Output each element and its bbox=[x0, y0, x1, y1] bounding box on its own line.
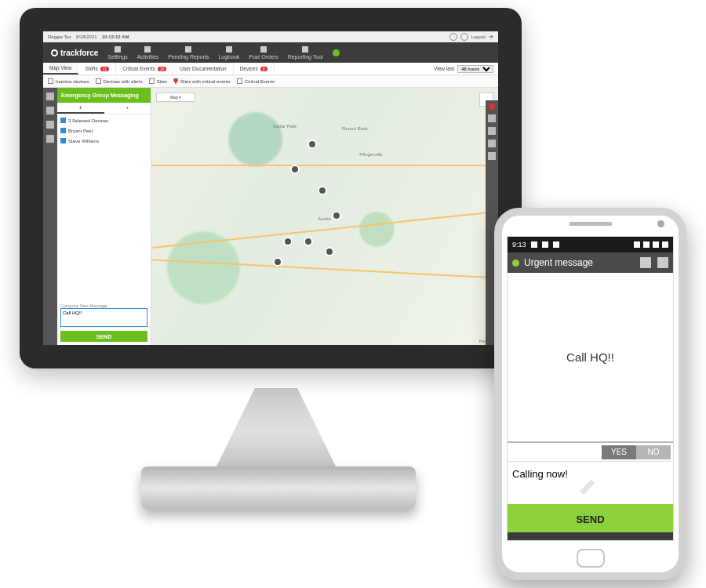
nav-activities[interactable]: Activities bbox=[137, 46, 159, 60]
nav-post-orders[interactable]: Post Orders bbox=[249, 46, 278, 60]
filter-label: Sites bbox=[157, 79, 167, 84]
os-top-strip: Reggie Tex 8/18/2021 10:12:12 AM Logout … bbox=[43, 31, 498, 42]
filter-sites-critical[interactable]: Sites with critical events bbox=[173, 78, 231, 85]
logout-arrow-icon[interactable]: ➔ bbox=[489, 34, 493, 40]
phone-status-bar: 9:13 bbox=[508, 237, 673, 252]
compose-input[interactable]: Call HQ!! bbox=[60, 308, 147, 327]
subtab-1[interactable]: 1 bbox=[57, 103, 104, 114]
pin-red-icon bbox=[173, 78, 178, 85]
help-icon[interactable] bbox=[449, 33, 457, 41]
rail-device-icon[interactable] bbox=[46, 121, 54, 129]
map-marker[interactable] bbox=[290, 165, 300, 174]
rail-chat-icon[interactable] bbox=[46, 93, 54, 100]
tab-shifts[interactable]: Shifts11 bbox=[78, 63, 116, 74]
city-label-cedarpark: Cedar Park bbox=[273, 124, 297, 129]
tab-label: Map View bbox=[49, 65, 71, 71]
rail-search-icon[interactable] bbox=[46, 107, 54, 114]
device-checklist: 3 Selected Devices Bryant Peel Steve Wil… bbox=[57, 114, 151, 147]
panel-title: Emergency Group Messaging bbox=[57, 88, 151, 103]
checkbox-icon bbox=[60, 118, 66, 123]
activities-icon bbox=[144, 46, 151, 53]
nav-reporting-tool[interactable]: Reporting Tool bbox=[288, 46, 323, 60]
tab-devices[interactable]: Devices3 bbox=[234, 63, 275, 74]
filter-label: Inactive devices bbox=[56, 79, 89, 84]
rail-alert-icon[interactable] bbox=[489, 103, 495, 110]
logout-link[interactable]: Logout bbox=[471, 34, 486, 39]
site-icon bbox=[149, 78, 155, 84]
content-tabbar: Map View Shifts11 Critical Events10 User… bbox=[43, 63, 498, 75]
status-sync-icon bbox=[531, 241, 537, 248]
map-marker[interactable] bbox=[283, 237, 293, 246]
phone-send-button[interactable]: SEND bbox=[508, 506, 673, 532]
monitor-stand-base bbox=[141, 466, 416, 510]
filter-bar: Inactive devices Devices with alerts Sit… bbox=[43, 75, 498, 88]
subtab-add[interactable]: + bbox=[104, 103, 151, 114]
left-rail bbox=[43, 88, 57, 345]
phone-app-bar: Urgent message bbox=[508, 252, 673, 273]
nav-pending-reports[interactable]: Pending Reports bbox=[168, 46, 209, 60]
tab-map-view[interactable]: Map View bbox=[43, 63, 78, 74]
rail-clipboard-icon[interactable] bbox=[46, 135, 54, 143]
check-device-a[interactable]: Bryant Peel bbox=[60, 128, 147, 133]
tab-label: User Documentation bbox=[180, 66, 226, 71]
tools-icon[interactable] bbox=[657, 257, 668, 268]
nav-label: Settings bbox=[107, 54, 127, 60]
close-session-icon[interactable] bbox=[460, 33, 468, 41]
filter-inactive-devices[interactable]: Inactive devices bbox=[48, 78, 89, 84]
phone-home-button[interactable] bbox=[577, 549, 605, 568]
rail-org-icon[interactable] bbox=[488, 152, 496, 160]
map-marker[interactable] bbox=[304, 237, 313, 246]
tab-label: Shifts bbox=[85, 66, 97, 71]
tab-critical-events[interactable]: Critical Events10 bbox=[116, 63, 173, 74]
current-user: Reggie Tex bbox=[48, 34, 71, 39]
view-last-select[interactable]: 48 hours bbox=[457, 65, 493, 73]
yes-button[interactable]: YES bbox=[602, 445, 636, 459]
phone-screen: 9:13 Urgent message Call HQ!! YES NO bbox=[507, 236, 674, 541]
phone-device: 9:13 Urgent message Call HQ!! YES NO bbox=[494, 208, 686, 580]
current-time: 10:12:12 AM bbox=[102, 34, 129, 39]
status-battery-icon bbox=[662, 241, 668, 248]
message-text: Call HQ!! bbox=[566, 350, 614, 364]
filter-devices-alerts[interactable]: Devices with alerts bbox=[96, 78, 143, 84]
panel-subtabs: 1 + bbox=[57, 103, 151, 114]
nav-label: Reporting Tool bbox=[288, 54, 323, 60]
filter-critical-events[interactable]: Critical Events bbox=[237, 78, 275, 84]
status-location-icon bbox=[553, 241, 559, 248]
map-marker[interactable] bbox=[325, 247, 334, 256]
filter-sites[interactable]: Sites bbox=[149, 78, 167, 84]
logbook-icon bbox=[226, 46, 232, 53]
rail-people-icon[interactable] bbox=[488, 140, 496, 147]
rail-routes-icon[interactable] bbox=[488, 127, 496, 135]
city-label-roundrock: Round Rock bbox=[342, 126, 368, 131]
reply-area bbox=[508, 462, 673, 506]
status-bt-icon bbox=[634, 241, 640, 248]
mic-icon[interactable] bbox=[640, 257, 651, 268]
map-marker[interactable] bbox=[318, 186, 327, 195]
rail-layers-icon[interactable] bbox=[488, 114, 496, 122]
nav-label: Activities bbox=[137, 54, 159, 60]
status-lamp-icon bbox=[333, 49, 340, 56]
map-type-dropdown[interactable]: Map ▾ bbox=[156, 93, 195, 102]
badge-count: 11 bbox=[100, 67, 110, 71]
brand-logo[interactable]: trackforce bbox=[51, 49, 98, 57]
tab-user-documentation[interactable]: User Documentation bbox=[173, 63, 233, 74]
nav-logbook[interactable]: Logbook bbox=[218, 46, 239, 60]
map-marker[interactable] bbox=[308, 140, 317, 149]
check-label: 3 Selected Devices bbox=[68, 118, 108, 123]
nav-settings[interactable]: Settings bbox=[107, 46, 127, 60]
desktop-app: Reggie Tex 8/18/2021 10:12:12 AM Logout … bbox=[43, 31, 498, 345]
no-button[interactable]: NO bbox=[636, 445, 671, 459]
main-navbar: trackforce Settings Activities Pending R… bbox=[43, 42, 498, 63]
send-button[interactable]: SEND bbox=[60, 331, 147, 342]
status-signal-icon bbox=[653, 241, 659, 248]
message-body: Call HQ!! bbox=[508, 273, 673, 443]
city-label-pflugerville: Pflugerville bbox=[359, 152, 382, 157]
map-marker[interactable] bbox=[332, 211, 341, 220]
phone-nav-bar bbox=[508, 532, 673, 540]
map-canvas[interactable]: Austin Round Rock Cedar Park Pflugervill… bbox=[151, 88, 498, 345]
brand-ring-icon bbox=[51, 49, 58, 56]
device-off-icon bbox=[48, 78, 53, 84]
critical-icon bbox=[237, 78, 242, 84]
check-device-b[interactable]: Steve Williams bbox=[60, 138, 147, 143]
check-all-devices[interactable]: 3 Selected Devices bbox=[60, 118, 147, 123]
